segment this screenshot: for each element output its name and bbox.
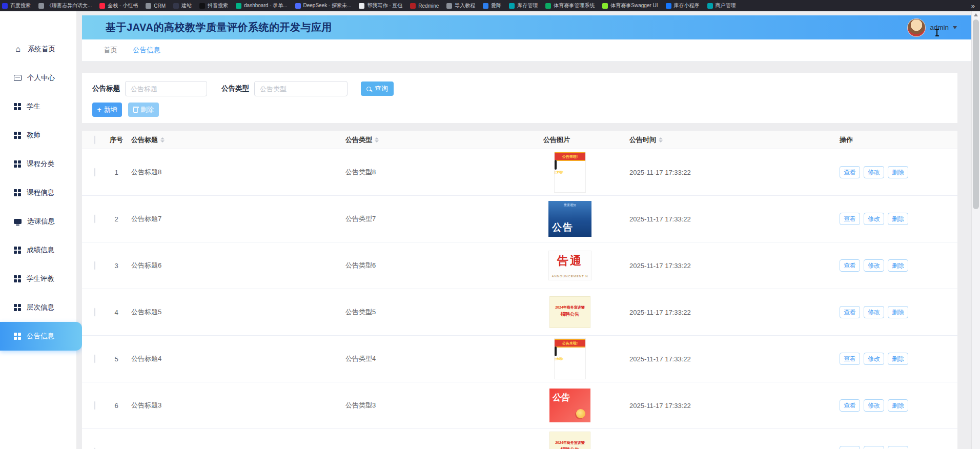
sidebar-item-course-info[interactable]: 课程信息: [0, 178, 76, 207]
profile-card-icon: [14, 75, 22, 81]
page-title: 基于JAVA的高校教学质量评价系统的开发与应用: [106, 21, 332, 34]
announcement-image[interactable]: 2024年商务宣讲暨招聘公告: [549, 296, 590, 328]
edit-button[interactable]: 修改: [864, 399, 884, 412]
sidebar-item-student-evaluation[interactable]: 学生评教: [0, 264, 76, 293]
announcement-type: 公告类型8: [345, 168, 376, 177]
bookmark-item[interactable]: 建站: [173, 2, 192, 9]
bookmark-item[interactable]: 全栈 - 小红书: [99, 2, 138, 9]
bookmark-item[interactable]: 百度搜索: [2, 2, 31, 9]
bookmark-favicon: [99, 3, 105, 9]
column-header-time[interactable]: 公告时间: [629, 135, 663, 145]
bookmark-item[interactable]: 《聊斋志异白话文...: [38, 2, 92, 9]
bookmark-item[interactable]: dashboard - 录单...: [236, 2, 287, 9]
announcement-title: 公告标题6: [131, 261, 161, 270]
bookmark-favicon: [199, 3, 205, 9]
sort-icon[interactable]: [160, 137, 165, 142]
row-checkbox[interactable]: [94, 308, 95, 317]
view-button[interactable]: 查看: [840, 353, 860, 365]
announcement-image[interactable]: 公告: [549, 389, 590, 422]
sidebar-item-course-selection[interactable]: 选课信息: [0, 207, 76, 236]
announcement-image[interactable]: 重要通知公告: [548, 201, 591, 237]
announcement-image[interactable]: 公告来啦!公告来啦!: [554, 338, 586, 379]
sidebar-item-level-info[interactable]: 层次信息: [0, 293, 76, 322]
column-header-type[interactable]: 公告类型: [345, 135, 379, 145]
select-all-checkbox[interactable]: [94, 135, 95, 144]
delete-button[interactable]: 删除: [888, 446, 908, 449]
sidebar-item-system-home[interactable]: ⌂系统首页: [0, 35, 76, 64]
table-row: 3 公告标题6 公告类型6 告通ANNOUNCEMENT N 2025-11-1…: [82, 242, 957, 289]
sidebar-item-label: 个人中心: [27, 73, 55, 83]
scrollbar-thumb[interactable]: [973, 19, 979, 209]
scrollbar[interactable]: [971, 11, 980, 449]
toolbar: +新增 删除: [92, 103, 159, 117]
add-button[interactable]: +新增: [92, 103, 122, 117]
row-checkbox[interactable]: [94, 168, 95, 177]
announcement-image[interactable]: 公告来啦!公告来啦!: [554, 152, 586, 193]
row-checkbox[interactable]: [94, 261, 95, 270]
sidebar-item-course-category[interactable]: 课程分类: [0, 150, 76, 178]
type-filter-label: 公告类型: [221, 84, 249, 93]
avatar[interactable]: [907, 18, 926, 37]
bookmark-item[interactable]: 体育赛事管理系统: [545, 2, 595, 9]
edit-button[interactable]: 修改: [864, 259, 884, 272]
row-checkbox[interactable]: [94, 401, 95, 410]
column-header-title[interactable]: 公告标题: [131, 135, 165, 145]
bookmark-item[interactable]: 抖音搜索: [199, 2, 228, 9]
view-button[interactable]: 查看: [840, 399, 860, 412]
delete-button[interactable]: 删除: [888, 166, 908, 178]
view-button[interactable]: 查看: [840, 259, 860, 272]
sidebar-item-students[interactable]: 学生: [0, 92, 76, 121]
tab-announcements[interactable]: 公告信息: [133, 46, 160, 55]
grid-icon: [14, 189, 21, 196]
edit-button[interactable]: 修改: [864, 306, 884, 318]
announcement-image[interactable]: 2024年商务宣讲暨招聘公告: [549, 432, 590, 449]
edit-button[interactable]: 修改: [864, 213, 884, 225]
announcement-image[interactable]: 告通ANNOUNCEMENT N: [548, 251, 591, 280]
bookmark-item[interactable]: 体育赛事Swagger UI: [602, 2, 658, 9]
announcements-table: 序号 公告标题 公告类型 公告图片 公告时间 操作 1 公告标题8 公告类型8 …: [82, 131, 957, 449]
bookmark-favicon: [509, 3, 515, 9]
delete-button[interactable]: 删除: [888, 353, 908, 365]
delete-button[interactable]: 删除: [888, 399, 908, 412]
bookmark-item[interactable]: CRM: [146, 3, 166, 9]
sidebar-item-announcements[interactable]: 公告信息: [0, 322, 82, 351]
bookmark-item[interactable]: Redmine: [410, 3, 439, 9]
scroll-up-arrow-icon[interactable]: [974, 13, 978, 16]
grid-icon: [14, 333, 21, 340]
view-button[interactable]: 查看: [840, 306, 860, 318]
table-row: 5 公告标题4 公告类型4 公告来啦!公告来啦! 2025-11-17 17:3…: [82, 336, 957, 382]
announcement-title: 公告标题3: [131, 401, 161, 410]
delete-button[interactable]: 删除: [888, 259, 908, 272]
bulk-delete-button[interactable]: 删除: [128, 103, 159, 117]
row-checkbox[interactable]: [94, 215, 95, 223]
row-checkbox[interactable]: [94, 355, 95, 363]
bookmark-item[interactable]: 帮我写作 - 豆包: [359, 2, 402, 9]
title-filter-input[interactable]: [125, 81, 207, 96]
edit-button[interactable]: 修改: [864, 166, 884, 178]
sidebar-item-teachers[interactable]: 教师: [0, 121, 76, 150]
sidebar-item-grades[interactable]: 成绩信息: [0, 236, 76, 264]
view-button[interactable]: 查看: [840, 166, 860, 178]
bookmark-item[interactable]: 导入教程: [446, 2, 475, 9]
user-menu[interactable]: admin: [907, 18, 957, 37]
edit-button[interactable]: 修改: [864, 353, 884, 365]
sort-icon[interactable]: [659, 137, 663, 142]
bookmark-item[interactable]: 库存管理: [509, 2, 538, 9]
bookmark-item[interactable]: DeepSeek - 探索未...: [295, 2, 352, 9]
sidebar-item-personal-center[interactable]: 个人中心: [0, 64, 76, 92]
app-header: 基于JAVA的高校教学质量评价系统的开发与应用 admin: [82, 15, 971, 39]
bookmark-item[interactable]: 商户管理: [707, 2, 736, 9]
delete-button[interactable]: 删除: [888, 213, 908, 225]
view-button[interactable]: 查看: [840, 446, 860, 449]
tab-home[interactable]: 首页: [104, 46, 117, 55]
view-button[interactable]: 查看: [840, 213, 860, 225]
bookmarks-overflow-chevron[interactable]: »: [971, 2, 975, 10]
sort-icon[interactable]: [375, 137, 379, 142]
bookmark-item[interactable]: 爱降: [483, 2, 501, 9]
delete-button[interactable]: 删除: [888, 306, 908, 318]
bookmark-item[interactable]: 库存小程序: [666, 2, 700, 9]
type-filter-input[interactable]: [254, 81, 348, 96]
bookmark-label: 全栈 - 小红书: [108, 2, 138, 9]
edit-button[interactable]: 修改: [864, 446, 884, 449]
query-button[interactable]: 查询: [361, 81, 394, 96]
